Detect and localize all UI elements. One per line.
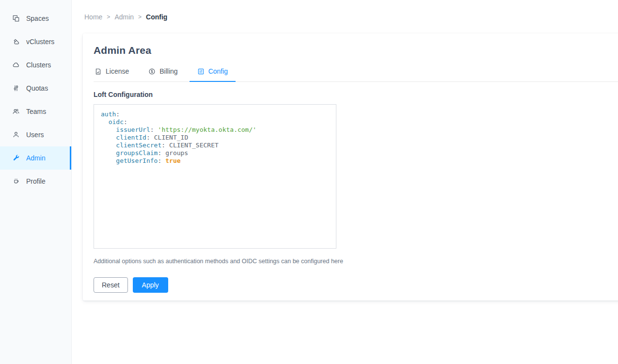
sidebar-item-label: vClusters xyxy=(26,38,54,46)
spaces-icon xyxy=(12,15,20,22)
sidebar-item-profile[interactable]: Profile xyxy=(0,170,71,193)
sidebar-item-spaces[interactable]: Spaces xyxy=(0,7,71,30)
teams-icon xyxy=(12,108,20,115)
sidebar-item-admin[interactable]: Admin xyxy=(0,146,71,170)
section-title: Loft Configuration xyxy=(94,91,618,98)
sidebar-item-label: Profile xyxy=(26,177,46,185)
sidebar-item-label: Teams xyxy=(26,108,46,115)
profile-icon xyxy=(12,177,20,185)
breadcrumb: Home > Admin > Config xyxy=(84,13,167,21)
config-icon xyxy=(197,68,205,75)
sidebar-item-vclusters[interactable]: vClusters xyxy=(0,30,71,53)
code-line: groupsClaim:groups xyxy=(101,149,331,157)
tab-label: Config xyxy=(208,67,228,75)
sidebar-item-teams[interactable]: Teams xyxy=(0,100,71,123)
admin-area-card: Admin Area License Bill xyxy=(83,33,618,301)
vclusters-icon xyxy=(12,38,20,46)
code-line: getUserInfo:true xyxy=(101,157,331,165)
code-line: clientSecret:CLIENT_SECRET xyxy=(101,142,331,149)
sidebar-item-label: Admin xyxy=(26,154,46,162)
tab-label: Billing xyxy=(159,67,177,75)
config-editor[interactable]: auth: oidc: issuerUrl:'https://myokta.ok… xyxy=(94,104,336,249)
users-icon xyxy=(12,131,20,139)
code-line: oidc: xyxy=(101,118,331,126)
tab-label: License xyxy=(106,67,129,75)
admin-icon xyxy=(12,154,20,162)
sidebar-item-label: Spaces xyxy=(26,15,49,22)
code-line: issuerUrl:'https://myokta.okta.com/' xyxy=(101,126,331,134)
apply-button[interactable]: Apply xyxy=(133,277,168,293)
breadcrumb-separator: > xyxy=(107,14,110,20)
reset-button[interactable]: Reset xyxy=(94,277,128,293)
sidebar-item-label: Quotas xyxy=(26,84,48,92)
main-content: Home > Admin > Config Admin Area License xyxy=(72,0,618,364)
tab-config[interactable]: Config xyxy=(190,67,236,82)
editor-help-text: Additional options such as authenticatio… xyxy=(94,257,618,265)
sidebar-item-label: Clusters xyxy=(26,61,51,69)
sidebar-item-clusters[interactable]: Clusters xyxy=(0,53,71,77)
page-title: Admin Area xyxy=(94,44,618,57)
tab-bar: License Billing xyxy=(94,67,618,82)
code-line: auth: xyxy=(101,111,331,118)
sidebar-item-users[interactable]: Users xyxy=(0,123,71,146)
sidebar: Spaces vClusters Clusters Quotas xyxy=(0,0,72,364)
sidebar-item-quotas[interactable]: Quotas xyxy=(0,77,71,100)
license-icon xyxy=(95,68,102,75)
billing-icon xyxy=(148,68,156,75)
breadcrumb-admin[interactable]: Admin xyxy=(114,13,134,21)
clusters-icon xyxy=(12,61,20,69)
breadcrumb-home[interactable]: Home xyxy=(84,13,102,21)
sidebar-item-label: Users xyxy=(26,131,44,139)
button-row: Reset Apply xyxy=(94,277,618,293)
tab-license[interactable]: License xyxy=(94,67,137,82)
breadcrumb-config: Config xyxy=(146,13,167,21)
breadcrumb-separator: > xyxy=(138,14,142,20)
code-line: clientId:CLIENT_ID xyxy=(101,134,331,142)
quotas-icon xyxy=(12,84,20,92)
tab-billing[interactable]: Billing xyxy=(141,67,185,82)
